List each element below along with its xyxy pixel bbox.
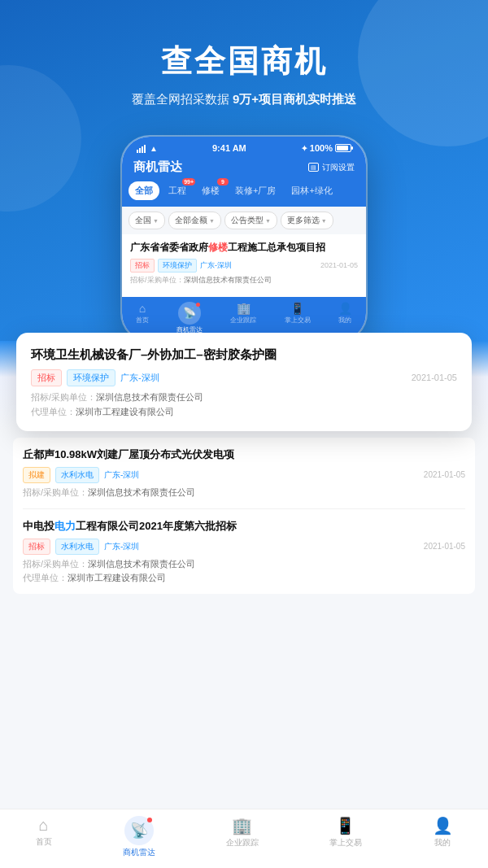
nav-enterprise-icon: 🏢: [232, 816, 252, 835]
transition-section: 环境卫生机械设备厂–外协加工–密封胶条护圈 招标 环境保护 广东-深圳 2021…: [0, 341, 488, 431]
filter-amount[interactable]: 全部金额 ▼: [168, 212, 221, 229]
filter-region-arrow: ▼: [153, 218, 159, 224]
category-tabs: 全部 工程 99+ 修楼 9 装修+厂房 园林+绿化: [122, 181, 366, 207]
phone-nav-trade-icon: 📱: [290, 302, 304, 315]
nav-trade-icon: 📱: [335, 816, 355, 835]
filter-amount-arrow: ▼: [209, 218, 215, 224]
phone-card-tags: 招标 环境保护 广东-深圳 2021-01-05: [130, 259, 358, 273]
cat-garden[interactable]: 园林+绿化: [285, 181, 338, 200]
status-bar: ▲ 9:41 AM ✦ 100%: [122, 137, 366, 156]
popup-tags: 招标 环境保护 广东-深圳 2021-01-05: [31, 369, 457, 386]
nav-home-icon: ⌂: [38, 816, 48, 835]
filter-row: 全国 ▼ 全部金额 ▼ 公告类型 ▼ 更多筛选 ▼: [122, 207, 366, 234]
popup-tag-bid: 招标: [31, 369, 62, 386]
phone-card-title: 广东省省委省政府修楼工程施工总承包项目招: [130, 242, 358, 255]
filter-type-arrow: ▼: [265, 218, 271, 224]
phone-nav-enterprise-icon: 🏢: [237, 302, 251, 315]
power-date: 2021-01-05: [424, 542, 465, 551]
battery-fill: [337, 146, 348, 150]
status-right: ✦ 100%: [301, 143, 351, 153]
bottom-nav-bar: ⌂ 首页 📡 商机雷达 🏢 企业跟踪 📱 掌上交易 👤 我的: [0, 809, 488, 868]
solar-info: 招标/采购单位：深圳信息技术有限责任公司: [23, 486, 465, 499]
solar-tag-category: 水利水电: [55, 467, 99, 483]
popup-location: 广东-深圳: [120, 372, 159, 384]
power-tag-category: 水利水电: [55, 539, 99, 555]
cards-bg: 丘都声10.98kW刘建厂屋顶分布式光伏发电项 拟建 水利水电 广东-深圳 20…: [0, 431, 488, 809]
signal-area: ▲: [137, 144, 158, 153]
radar-dot: [196, 303, 200, 307]
phone-bid-card-1[interactable]: 广东省省委省政府修楼工程施工总承包项目招 招标 环境保护 广东-深圳 2021-…: [122, 234, 366, 293]
popup-date: 2021-01-05: [412, 373, 457, 382]
nav-mine-icon: 👤: [433, 816, 453, 835]
signal-bar-2: [139, 148, 141, 153]
popup-title: 环境卫生机械设备厂–外协加工–密封胶条护圈: [31, 346, 457, 363]
power-tag-type: 招标: [23, 539, 50, 555]
popup-info1: 招标/采购单位：深圳信息技术有限责任公司: [31, 391, 457, 403]
nav-radar-wrapper: 📡: [124, 816, 154, 845]
subscribe-area[interactable]: ▤ 订阅设置: [308, 162, 355, 173]
power-info2: 代理单位：深圳市工程建设有限公司: [23, 572, 465, 584]
hero-section: 查全国商机 覆盖全网招采数据 9万+项目商机实时推送 ▲: [0, 0, 488, 341]
phone-tag-category: 环境保护: [158, 259, 197, 273]
phone-card-info: 招标/采购单位：深圳信息技术有限责任公司: [130, 275, 358, 286]
main-card-power[interactable]: 中电投电力工程有限公司2021年度第六批招标 招标 水利水电 广东-深圳 202…: [23, 509, 465, 594]
nav-enterprise[interactable]: 🏢 企业跟踪: [226, 816, 259, 858]
signal-bars: [137, 145, 146, 153]
subtitle-highlight: 9万+项目商机实时推送: [233, 92, 356, 106]
popup-info2: 代理单位：深圳市工程建设有限公司: [31, 406, 457, 418]
nav-mine[interactable]: 👤 我的: [433, 816, 453, 858]
power-location: 广东-深圳: [104, 541, 139, 552]
hero-subtitle: 覆盖全网招采数据 9万+项目商机实时推送: [24, 92, 464, 107]
phone-nav-trade[interactable]: 📱 掌上交易: [285, 302, 311, 334]
power-title: 中电投电力工程有限公司2021年度第六批招标: [23, 519, 465, 534]
filter-region[interactable]: 全国 ▼: [129, 212, 165, 229]
power-title-blue: 电力: [54, 520, 76, 532]
nav-home[interactable]: ⌂ 首页: [36, 816, 52, 858]
phone-content: 广东省省委省政府修楼工程施工总承包项目招 招标 环境保护 广东-深圳 2021-…: [122, 234, 366, 293]
wifi-icon: ▲: [150, 144, 158, 153]
solar-title: 丘都声10.98kW刘建厂屋顶分布式光伏发电项: [23, 447, 465, 462]
solar-tag-type: 拟建: [23, 467, 50, 483]
phone-nav-enterprise[interactable]: 🏢 企业跟踪: [230, 302, 256, 334]
cards-container: 丘都声10.98kW刘建厂屋顶分布式光伏发电项 拟建 水利水电 广东-深圳 20…: [13, 438, 475, 594]
cat-engineering[interactable]: 工程 99+: [162, 181, 193, 200]
cat-renovation-badge: 9: [217, 178, 229, 185]
phone-nav-home[interactable]: ⌂ 首页: [136, 302, 149, 334]
filter-type[interactable]: 公告类型 ▼: [224, 212, 277, 229]
subtitle-prefix: 覆盖全网招采数据: [132, 92, 229, 106]
solar-date: 2021-01-05: [424, 470, 465, 479]
cat-renovation[interactable]: 修楼 9: [195, 181, 226, 200]
power-tags: 招标 水利水电 广东-深圳 2021-01-05: [23, 539, 465, 555]
filter-more-arrow: ▼: [321, 218, 327, 224]
subscribe-label: 订阅设置: [322, 162, 355, 173]
app-header: 商机雷达 ▤ 订阅设置: [122, 156, 366, 181]
signal-bar-4: [144, 145, 146, 153]
solar-tags: 拟建 水利水电 广东-深圳 2021-01-05: [23, 467, 465, 483]
full-page: 查全国商机 覆盖全网招采数据 9万+项目商机实时推送 ▲: [0, 0, 488, 868]
power-info1: 招标/采购单位：深圳信息技术有限责任公司: [23, 558, 465, 570]
app-title: 商机雷达: [133, 159, 182, 175]
floating-card[interactable]: 环境卫生机械设备厂–外协加工–密封胶条护圈 招标 环境保护 广东-深圳 2021…: [16, 333, 472, 431]
popup-tag-category: 环境保护: [67, 369, 115, 386]
nav-radar[interactable]: 📡 商机雷达: [123, 816, 155, 858]
phone-card-location: 广东-深圳: [200, 260, 232, 271]
hero-title: 查全国商机: [24, 41, 464, 82]
filter-more[interactable]: 更多筛选 ▼: [281, 212, 333, 229]
bluetooth-icon: ✦: [301, 144, 307, 153]
signal-bar-1: [137, 150, 138, 153]
cat-decoration[interactable]: 装修+厂房: [229, 181, 282, 200]
status-time: 9:41 AM: [212, 143, 246, 153]
phone-card-title-red: 修楼: [208, 242, 228, 253]
main-card-solar[interactable]: 丘都声10.98kW刘建厂屋顶分布式光伏发电项 拟建 水利水电 广东-深圳 20…: [23, 438, 465, 509]
phone-nav-mine[interactable]: 👤 我的: [338, 302, 352, 334]
solar-location: 广东-深圳: [104, 469, 139, 481]
phone-nav-home-icon: ⌂: [139, 302, 146, 315]
cat-all[interactable]: 全部: [129, 181, 159, 200]
signal-bar-3: [142, 146, 143, 153]
battery-icon: [335, 144, 351, 152]
nav-trade[interactable]: 📱 掌上交易: [329, 816, 362, 858]
nav-radar-dot: [147, 818, 152, 822]
phone-nav-radar[interactable]: 📡 商机雷达: [176, 302, 203, 334]
phone-card-date: 2021-01-05: [320, 261, 358, 269]
cat-engineering-badge: 99+: [182, 178, 195, 185]
